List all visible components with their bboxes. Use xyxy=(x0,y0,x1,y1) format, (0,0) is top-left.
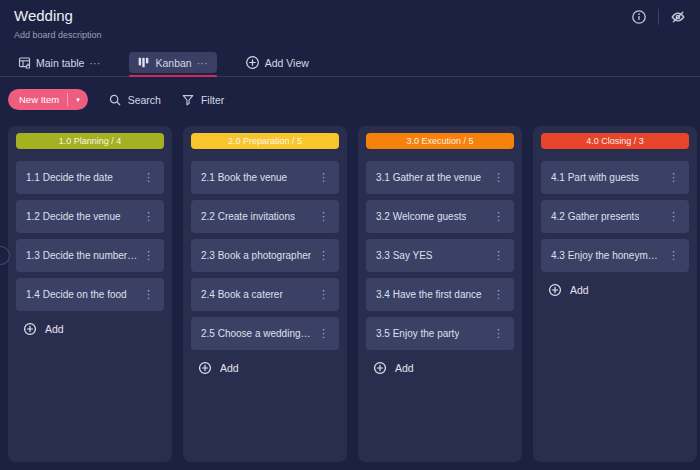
kanban-board: 1.0 Planning / 4 1.1 Decide the date ⋮ 1… xyxy=(0,126,700,462)
kanban-card[interactable]: 1.2 Decide the venue ⋮ xyxy=(16,200,164,233)
card-label: 3.3 Say YES xyxy=(376,250,433,261)
card-label: 2.4 Book a caterer xyxy=(201,289,283,300)
card-menu-icon[interactable]: ⋮ xyxy=(663,208,684,225)
tab-kanban-label: Kanban xyxy=(155,57,191,69)
info-icon[interactable] xyxy=(629,7,649,27)
card-menu-icon[interactable]: ⋮ xyxy=(313,286,334,303)
card-menu-icon[interactable]: ⋮ xyxy=(488,169,509,186)
kanban-card[interactable]: 3.1 Gather at the venue ⋮ xyxy=(366,161,514,194)
card-label: 2.2 Create invitations xyxy=(201,211,295,222)
tab-kanban[interactable]: Kanban ⋯ xyxy=(129,52,216,73)
top-actions xyxy=(629,7,688,27)
active-tab-underline xyxy=(129,75,216,77)
add-card-button[interactable]: Add xyxy=(198,361,339,375)
kanban-card[interactable]: 3.5 Enjoy the party ⋮ xyxy=(366,317,514,350)
card-menu-icon[interactable]: ⋮ xyxy=(488,325,509,342)
card-label: 4.2 Gather presents xyxy=(551,211,639,222)
add-card-label: Add xyxy=(395,362,414,374)
tab-main-table-label: Main table xyxy=(36,57,84,69)
plus-circle-icon xyxy=(548,283,562,297)
plus-circle-icon xyxy=(198,361,212,375)
kanban-card[interactable]: 4.2 Gather presents ⋮ xyxy=(541,200,689,233)
kanban-card[interactable]: 3.3 Say YES ⋮ xyxy=(366,239,514,272)
kanban-card[interactable]: 1.3 Decide the number of guests ⋮ xyxy=(16,239,164,272)
filter-button[interactable]: Filter xyxy=(181,93,224,107)
card-menu-icon[interactable]: ⋮ xyxy=(313,325,334,342)
kanban-card[interactable]: 2.5 Choose a wedding dress ⋮ xyxy=(191,317,339,350)
kanban-column-closing: 4.0 Closing / 3 4.1 Part with guests ⋮ 4… xyxy=(533,126,697,462)
add-card-label: Add xyxy=(220,362,239,374)
card-menu-icon[interactable]: ⋮ xyxy=(138,247,159,264)
tab-main-table[interactable]: Main table ⋯ xyxy=(10,52,109,73)
plus-circle-icon xyxy=(373,361,387,375)
new-item-label: New Item xyxy=(19,94,59,105)
eye-off-icon[interactable] xyxy=(668,7,688,27)
kanban-card[interactable]: 4.1 Part with guests ⋮ xyxy=(541,161,689,194)
column-header[interactable]: 3.0 Execution / 5 xyxy=(366,133,514,149)
card-menu-icon[interactable]: ⋮ xyxy=(313,247,334,264)
search-icon xyxy=(108,93,122,107)
top-actions-divider xyxy=(658,9,659,25)
kanban-column-planning: 1.0 Planning / 4 1.1 Decide the date ⋮ 1… xyxy=(8,126,172,462)
search-button[interactable]: Search xyxy=(108,93,161,107)
add-card-label: Add xyxy=(570,284,589,296)
card-label: 2.1 Book the venue xyxy=(201,172,287,183)
card-menu-icon[interactable]: ⋮ xyxy=(488,247,509,264)
column-header[interactable]: 2.0 Preparation / 5 xyxy=(191,133,339,149)
filter-funnel-icon xyxy=(181,93,195,107)
card-label: 1.4 Decide on the food xyxy=(26,289,127,300)
card-label: 2.5 Choose a wedding dress xyxy=(201,328,313,339)
column-header[interactable]: 1.0 Planning / 4 xyxy=(16,133,164,149)
kanban-card[interactable]: 2.4 Book a caterer ⋮ xyxy=(191,278,339,311)
view-tabs: Main table ⋯ Kanban ⋯ Add View xyxy=(0,49,700,77)
kanban-column-preparation: 2.0 Preparation / 5 2.1 Book the venue ⋮… xyxy=(183,126,347,462)
kanban-card[interactable]: 3.4 Have the first dance ⋮ xyxy=(366,278,514,311)
add-card-button[interactable]: Add xyxy=(548,283,689,297)
tab-kanban-menu-icon[interactable]: ⋯ xyxy=(197,58,209,68)
card-menu-icon[interactable]: ⋮ xyxy=(138,208,159,225)
card-menu-icon[interactable]: ⋮ xyxy=(663,169,684,186)
card-label: 2.3 Book a photographer xyxy=(201,250,311,261)
add-view-label: Add View xyxy=(265,57,309,69)
add-view-button[interactable]: Add View xyxy=(237,51,317,74)
kanban-card[interactable]: 3.2 Welcome guests ⋮ xyxy=(366,200,514,233)
card-menu-icon[interactable]: ⋮ xyxy=(313,169,334,186)
add-card-button[interactable]: Add xyxy=(373,361,514,375)
card-label: 3.1 Gather at the venue xyxy=(376,172,481,183)
board-title[interactable]: Wedding xyxy=(14,7,686,25)
table-lock-icon xyxy=(18,56,31,69)
card-label: 3.4 Have the first dance xyxy=(376,289,482,300)
kanban-card[interactable]: 1.1 Decide the date ⋮ xyxy=(16,161,164,194)
add-card-label: Add xyxy=(45,323,64,335)
card-label: 1.3 Decide the number of guests xyxy=(26,250,138,261)
card-menu-icon[interactable]: ⋮ xyxy=(488,286,509,303)
kanban-card[interactable]: 2.3 Book a photographer ⋮ xyxy=(191,239,339,272)
filter-label: Filter xyxy=(201,94,224,106)
kanban-card[interactable]: 2.1 Book the venue ⋮ xyxy=(191,161,339,194)
toolbar: New Item ▾ Search Filter xyxy=(8,89,700,110)
new-item-dropdown-caret[interactable]: ▾ xyxy=(67,93,88,106)
card-menu-icon[interactable]: ⋮ xyxy=(663,247,684,264)
column-header[interactable]: 4.0 Closing / 3 xyxy=(541,133,689,149)
kanban-card[interactable]: 1.4 Decide on the food ⋮ xyxy=(16,278,164,311)
kanban-icon xyxy=(137,56,150,69)
card-menu-icon[interactable]: ⋮ xyxy=(488,208,509,225)
card-label: 4.1 Part with guests xyxy=(551,172,639,183)
card-menu-icon[interactable]: ⋮ xyxy=(313,208,334,225)
kanban-column-execution: 3.0 Execution / 5 3.1 Gather at the venu… xyxy=(358,126,522,462)
board-description-placeholder[interactable]: Add board description xyxy=(14,30,686,40)
plus-circle-icon xyxy=(245,55,260,70)
search-label: Search xyxy=(128,94,161,106)
kanban-card[interactable]: 4.3 Enjoy the honeymoon ⋮ xyxy=(541,239,689,272)
add-card-button[interactable]: Add xyxy=(23,322,164,336)
kanban-card[interactable]: 2.2 Create invitations ⋮ xyxy=(191,200,339,233)
card-menu-icon[interactable]: ⋮ xyxy=(138,169,159,186)
new-item-button[interactable]: New Item ▾ xyxy=(8,89,88,110)
card-menu-icon[interactable]: ⋮ xyxy=(138,286,159,303)
tab-main-table-menu-icon[interactable]: ⋯ xyxy=(89,58,101,68)
card-label: 4.3 Enjoy the honeymoon xyxy=(551,250,663,261)
plus-circle-icon xyxy=(23,322,37,336)
card-label: 1.1 Decide the date xyxy=(26,172,113,183)
board-header: Wedding Add board description xyxy=(0,0,700,40)
card-label: 3.5 Enjoy the party xyxy=(376,328,459,339)
